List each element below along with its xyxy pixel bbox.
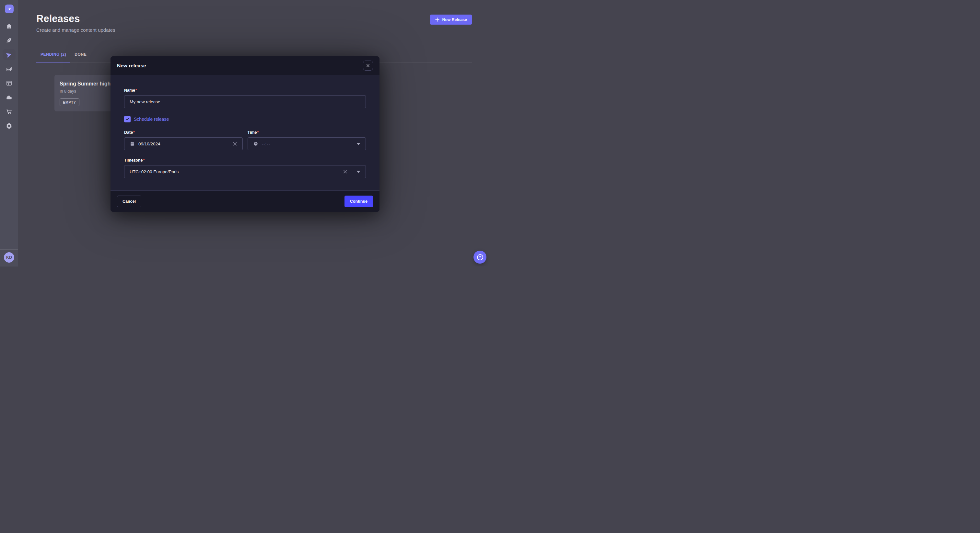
timezone-field-group: Timezone* UTC+02:00 Europe/Paris	[124, 158, 366, 178]
required-asterisk: *	[143, 158, 145, 163]
timezone-select[interactable]: UTC+02:00 Europe/Paris	[124, 165, 366, 178]
new-release-button[interactable]: New Release	[430, 14, 472, 25]
home-icon	[6, 23, 12, 30]
checkmark-icon	[125, 117, 130, 121]
sidebar-nav	[0, 21, 18, 135]
timezone-value: UTC+02:00 Europe/Paris	[130, 169, 178, 174]
sidebar-item-marketplace[interactable]	[3, 106, 16, 117]
date-input[interactable]: 09/10/2024	[124, 137, 243, 150]
time-input[interactable]: --:--	[248, 137, 366, 150]
modal-body: Name* Schedule release Date* 09/10/2024	[110, 75, 380, 178]
sidebar-item-media-library[interactable]	[3, 63, 16, 74]
time-placeholder: --:--	[262, 141, 270, 146]
required-asterisk: *	[135, 88, 137, 93]
shopping-cart-icon	[6, 108, 12, 115]
required-asterisk: *	[257, 130, 259, 135]
calendar-icon	[130, 141, 135, 146]
chevron-down-icon[interactable]	[356, 143, 360, 145]
required-asterisk: *	[133, 130, 135, 135]
date-clear-button[interactable]	[233, 141, 237, 146]
timezone-label: Timezone*	[124, 158, 366, 163]
modal-footer: Cancel Continue	[110, 190, 380, 212]
name-label: Name*	[124, 88, 366, 93]
name-label-text: Name	[124, 88, 135, 93]
close-icon	[366, 63, 370, 68]
sidebar: KD	[0, 0, 18, 266]
time-label-text: Time	[248, 130, 257, 135]
sidebar-item-settings[interactable]	[3, 121, 16, 131]
page-title: Releases	[36, 13, 80, 25]
sidebar-bottom-divider	[0, 249, 18, 250]
timezone-clear-button[interactable]	[343, 169, 347, 174]
question-mark-icon: ?	[477, 254, 483, 260]
name-field-group: Name*	[124, 88, 366, 108]
clock-icon	[253, 141, 258, 146]
cancel-button[interactable]: Cancel	[117, 195, 141, 207]
sidebar-top-divider	[0, 18, 18, 18]
paper-plane-logo-icon	[6, 6, 12, 12]
user-avatar[interactable]: KD	[4, 252, 14, 263]
chevron-down-icon[interactable]	[356, 171, 360, 173]
schedule-checkbox[interactable]	[124, 116, 130, 122]
sidebar-item-home[interactable]	[3, 21, 16, 32]
release-card-status-badge: EMPTY	[60, 98, 80, 106]
app-logo[interactable]	[5, 5, 14, 13]
layout-icon	[6, 80, 12, 86]
modal-close-button[interactable]	[363, 60, 373, 71]
sidebar-item-content-type-builder[interactable]	[3, 78, 16, 89]
images-icon	[6, 66, 12, 72]
name-input-wrapper	[124, 95, 366, 108]
name-input[interactable]	[130, 99, 360, 104]
feather-icon	[6, 37, 12, 44]
modal-header: New release	[110, 56, 380, 75]
paper-plane-icon	[6, 51, 12, 58]
plus-icon	[435, 17, 440, 22]
tab-done[interactable]: DONE	[70, 49, 91, 62]
time-field-group: Time* --:--	[248, 130, 366, 150]
help-button[interactable]: ?	[474, 251, 487, 263]
date-time-row: Date* 09/10/2024 Time* --:--	[124, 130, 366, 150]
timezone-label-text: Timezone	[124, 158, 143, 163]
new-release-button-label: New Release	[442, 17, 467, 22]
gear-icon	[6, 123, 12, 129]
new-release-modal: New release Name* Schedule release Date*	[110, 56, 380, 212]
date-label-text: Date	[124, 130, 133, 135]
schedule-release-toggle[interactable]: Schedule release	[124, 116, 366, 122]
time-label: Time*	[248, 130, 366, 135]
date-field-group: Date* 09/10/2024	[124, 130, 243, 150]
cloud-icon	[6, 94, 12, 101]
sidebar-item-content-manager[interactable]	[3, 35, 16, 46]
sidebar-item-deploy[interactable]	[3, 92, 16, 103]
sidebar-item-releases[interactable]	[3, 49, 16, 60]
page-subtitle: Create and manage content updates	[36, 27, 115, 33]
date-value: 09/10/2024	[138, 141, 161, 146]
modal-title: New release	[117, 63, 146, 69]
schedule-checkbox-label: Schedule release	[134, 117, 169, 122]
date-label: Date*	[124, 130, 243, 135]
continue-button[interactable]: Continue	[345, 195, 373, 207]
tab-pending[interactable]: PENDING (2)	[36, 49, 70, 62]
timezone-row: Timezone* UTC+02:00 Europe/Paris	[124, 158, 366, 178]
